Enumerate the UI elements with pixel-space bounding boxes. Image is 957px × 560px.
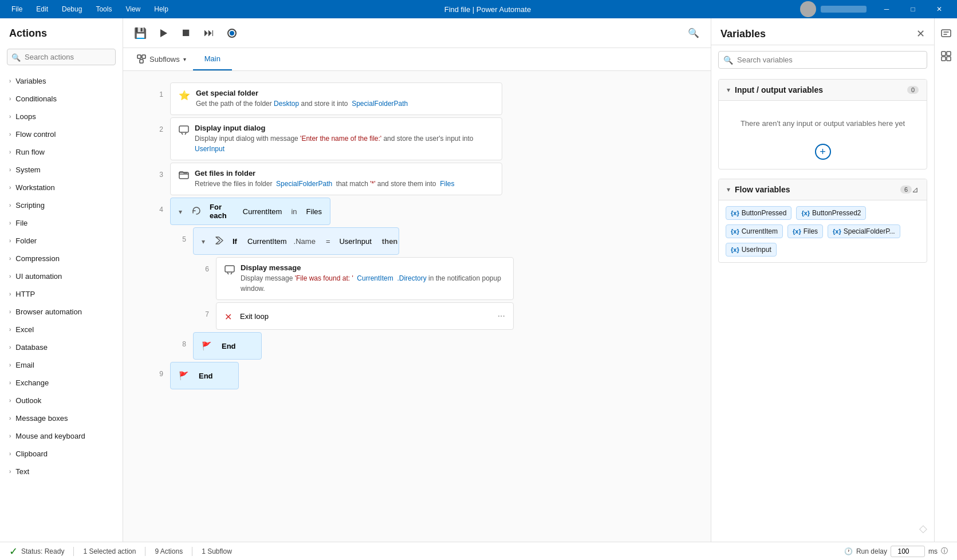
step-card-get-files[interactable]: Get files in folder Retrieve the files i… <box>170 163 502 195</box>
var-chip-currentitem[interactable]: {x} CurrentItem <box>726 224 783 238</box>
chevron-down-icon: ▾ <box>727 186 730 194</box>
chevron-right-icon: › <box>9 451 11 457</box>
svg-rect-3 <box>137 55 141 58</box>
more-options-icon[interactable]: ··· <box>498 311 505 321</box>
action-group-label: Workstation <box>15 183 54 192</box>
action-group-system[interactable]: › System <box>0 161 123 179</box>
var-chip-userinput[interactable]: {x} UserInput <box>726 243 777 257</box>
step-card-end-foreach[interactable]: 🚩 End <box>170 362 239 389</box>
action-group-workstation[interactable]: › Workstation <box>0 179 123 196</box>
stop-button[interactable]: ⏹ <box>176 23 196 44</box>
action-group-ui-automation[interactable]: › UI automation <box>0 267 123 285</box>
step-card-exit-loop[interactable]: ✕ Exit loop ··· <box>216 302 514 330</box>
var-icon: {x} <box>793 228 801 235</box>
action-group-label: File <box>15 219 27 227</box>
canvas-search-button[interactable]: 🔍 <box>683 23 704 44</box>
status-ready: ✓ Status: Ready <box>9 545 64 558</box>
chevron-right-icon: › <box>9 273 11 279</box>
filter-icon[interactable]: ⊿ <box>912 185 919 194</box>
record-button[interactable] <box>222 23 242 44</box>
subflows-button[interactable]: Subflows ▾ <box>130 48 193 70</box>
var-chip-buttonpressed[interactable]: {x} ButtonPressed <box>726 206 791 220</box>
run-button[interactable] <box>153 23 174 44</box>
input-output-count: 0 <box>907 86 919 94</box>
run-delay-input[interactable] <box>891 546 925 557</box>
var-files: Files <box>440 180 454 188</box>
step-desc: Display message 'File was found at: ' Cu… <box>241 273 505 294</box>
search-icon: 🔍 <box>723 56 733 65</box>
foreach-icon <box>191 206 202 218</box>
ui-elements-icon[interactable] <box>936 46 956 66</box>
chevron-right-icon: › <box>9 202 11 208</box>
step-card-if[interactable]: ▾ If CurrentItem .Name = UserInput then <box>193 227 399 255</box>
step-card-display-input-dialog[interactable]: Display input dialog Display input dialo… <box>170 117 502 160</box>
menu-edit[interactable]: Edit <box>29 2 55 17</box>
add-circle-icon[interactable]: + <box>815 144 831 160</box>
var-chip-files[interactable]: {x} Files <box>787 224 823 238</box>
add-variable-button[interactable]: + <box>728 144 917 160</box>
action-group-email[interactable]: › Email <box>0 356 123 374</box>
exit-loop-label: Exit loop <box>240 312 269 321</box>
menu-help[interactable]: Help <box>147 2 175 17</box>
chevron-right-icon: › <box>9 131 11 137</box>
action-group-browser-automation[interactable]: › Browser automation <box>0 303 123 321</box>
var-chip-specialfolderpath[interactable]: {x} SpecialFolderP... <box>828 224 900 238</box>
next-step-button[interactable]: ⏭ <box>199 23 219 44</box>
action-group-http[interactable]: › HTTP <box>0 285 123 303</box>
if-label: If <box>233 237 237 246</box>
chevron-right-icon: › <box>9 415 11 421</box>
chevron-right-icon: › <box>9 291 11 297</box>
action-group-folder[interactable]: › Folder <box>0 232 123 250</box>
menu-file[interactable]: File <box>5 2 29 17</box>
action-group-clipboard[interactable]: › Clipboard <box>0 445 123 463</box>
chevron-right-icon: › <box>9 167 11 173</box>
action-group-run-flow[interactable]: › Run flow <box>0 143 123 161</box>
save-button[interactable]: 💾 <box>130 23 151 44</box>
svg-rect-10 <box>942 52 946 56</box>
step-number: 7 <box>192 302 209 318</box>
variables-panel-icon[interactable] <box>936 23 956 44</box>
step-card-get-special-folder[interactable]: ⭐ Get special folder Get the path of the… <box>170 82 502 115</box>
minimize-button[interactable]: ─ <box>873 0 900 18</box>
collapse-icon[interactable]: ▾ <box>179 208 182 216</box>
step-number: 3 <box>146 163 163 179</box>
tab-main[interactable]: Main <box>193 48 232 70</box>
input-output-header[interactable]: ▾ Input / output variables 0 <box>719 80 927 101</box>
action-group-loops[interactable]: › Loops <box>0 108 123 125</box>
step-card-foreach[interactable]: ▾ For each CurrentItem in Files <box>170 198 330 225</box>
search-variables-input[interactable] <box>718 51 927 69</box>
step-card-end-if[interactable]: 🚩 End <box>193 332 262 360</box>
menu-view[interactable]: View <box>119 2 147 17</box>
step-number: 5 <box>169 227 186 243</box>
flow-variables-header[interactable]: ▾ Flow variables 6 ⊿ <box>719 179 927 200</box>
action-group-mouse-keyboard[interactable]: › Mouse and keyboard <box>0 427 123 445</box>
action-group-excel[interactable]: › Excel <box>0 321 123 338</box>
close-button[interactable]: ✕ <box>926 0 952 18</box>
action-group-exchange[interactable]: › Exchange <box>0 374 123 392</box>
action-group-scripting[interactable]: › Scripting <box>0 196 123 214</box>
menu-debug[interactable]: Debug <box>55 2 89 17</box>
action-group-flow-control[interactable]: › Flow control <box>0 125 123 143</box>
action-group-variables[interactable]: › Variables <box>0 72 123 90</box>
search-actions-input[interactable] <box>7 49 116 65</box>
maximize-button[interactable]: □ <box>900 0 926 18</box>
step-card-display-message[interactable]: Display message Display message 'File wa… <box>216 257 514 300</box>
collapse-icon[interactable]: ▾ <box>202 238 205 246</box>
no-variables-text: There aren't any input or output variabl… <box>728 110 917 137</box>
user-name <box>821 6 867 13</box>
action-group-text[interactable]: › Text <box>0 463 123 480</box>
variables-close-button[interactable]: ✕ <box>916 27 925 40</box>
var-chip-buttonpressed2[interactable]: {x} ButtonPressed2 <box>796 206 866 220</box>
var-chip-label: ButtonPressed2 <box>812 209 861 217</box>
action-group-message-boxes[interactable]: › Message boxes <box>0 409 123 427</box>
action-group-file[interactable]: › File <box>0 214 123 232</box>
action-group-conditionals[interactable]: › Conditionals <box>0 90 123 108</box>
info-icon[interactable]: ⓘ <box>941 546 948 556</box>
action-group-compression[interactable]: › Compression <box>0 250 123 267</box>
action-group-database[interactable]: › Database <box>0 338 123 356</box>
menu-tools[interactable]: Tools <box>89 2 119 17</box>
status-separator2 <box>145 547 145 556</box>
if-icon <box>214 235 225 248</box>
step-title: Get files in folder <box>195 169 494 178</box>
action-group-outlook[interactable]: › Outlook <box>0 392 123 409</box>
